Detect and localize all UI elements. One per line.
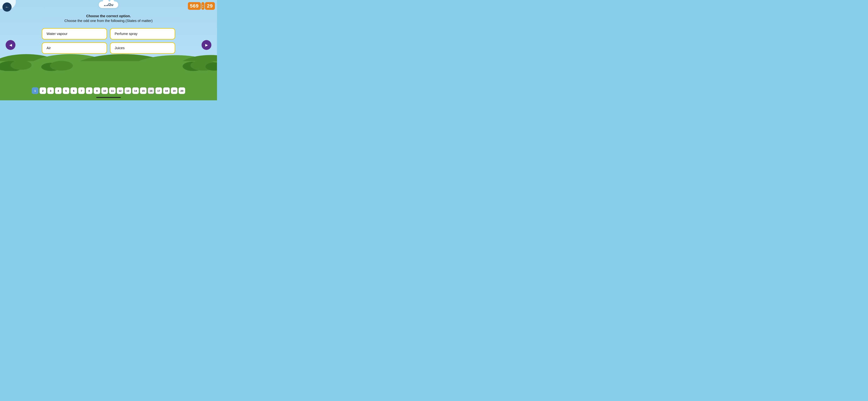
- question-num-1[interactable]: 1: [32, 87, 38, 94]
- option-2-text: Perfume spray: [115, 32, 137, 36]
- question-num-11[interactable]: 11: [109, 87, 116, 94]
- options-grid: Water vapour Perfume spray Air Juices: [42, 28, 175, 54]
- timer-secondary: 29: [205, 2, 215, 10]
- question-num-20[interactable]: 20: [179, 87, 185, 94]
- question-body: Choose the odd one from the following.(S…: [36, 19, 181, 23]
- svg-point-7: [10, 60, 32, 70]
- question-num-5[interactable]: 5: [63, 87, 69, 94]
- question-title: Choose the correct option.: [36, 14, 181, 18]
- bottom-bar: [96, 97, 121, 98]
- progress-indicator: 16/20: [99, 1, 118, 8]
- timer-colon: :: [202, 2, 204, 10]
- question-num-12[interactable]: 12: [117, 87, 123, 94]
- question-num-18[interactable]: 18: [163, 87, 170, 94]
- back-button[interactable]: [2, 2, 11, 11]
- question-number-strip: 1234567891011121314151617181920: [32, 87, 185, 94]
- question-num-13[interactable]: 13: [124, 87, 131, 94]
- question-num-2[interactable]: 2: [39, 87, 46, 94]
- timer-main: 569: [188, 2, 201, 10]
- question-num-7[interactable]: 7: [78, 87, 85, 94]
- option-3-text: Air: [46, 46, 51, 50]
- svg-point-10: [50, 61, 73, 70]
- option-3[interactable]: Air: [42, 42, 107, 54]
- option-4-text: Juices: [115, 46, 125, 50]
- question-num-8[interactable]: 8: [86, 87, 93, 94]
- option-4[interactable]: Juices: [110, 42, 175, 54]
- option-2[interactable]: Perfume spray: [110, 28, 175, 39]
- question-num-6[interactable]: 6: [70, 87, 77, 94]
- question-num-9[interactable]: 9: [94, 87, 100, 94]
- question-num-14[interactable]: 14: [132, 87, 139, 94]
- progress-text: 16/20: [103, 2, 113, 7]
- question-num-3[interactable]: 3: [47, 87, 54, 94]
- question-num-17[interactable]: 17: [155, 87, 162, 94]
- timer: 569 : 29: [188, 2, 215, 10]
- ground: [0, 62, 217, 101]
- prev-button[interactable]: [6, 40, 16, 50]
- next-button[interactable]: [202, 40, 211, 50]
- question-num-4[interactable]: 4: [55, 87, 62, 94]
- question-num-16[interactable]: 16: [148, 87, 154, 94]
- question-area: Choose the correct option. Choose the od…: [36, 14, 181, 23]
- question-num-15[interactable]: 15: [140, 87, 147, 94]
- option-1[interactable]: Water vapour: [42, 28, 107, 39]
- option-1-text: Water vapour: [46, 32, 67, 36]
- question-num-10[interactable]: 10: [101, 87, 108, 94]
- question-num-19[interactable]: 19: [171, 87, 178, 94]
